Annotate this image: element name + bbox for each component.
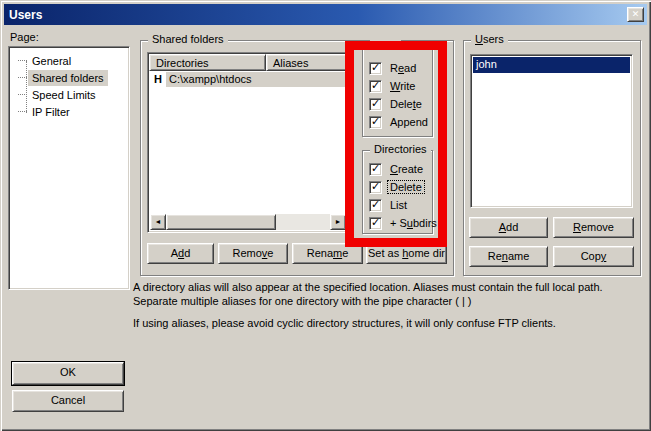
button-label: A bbox=[171, 247, 178, 259]
checkbox-label: R bbox=[390, 62, 398, 74]
shared-remove-button[interactable]: Remove bbox=[218, 243, 288, 264]
button-label: Remo bbox=[233, 247, 262, 259]
button-label: e bbox=[267, 247, 273, 259]
set-as-home-dir-button[interactable]: Set as home dir bbox=[366, 243, 447, 264]
button-label: A bbox=[499, 221, 506, 233]
button-label: Cop bbox=[581, 250, 601, 262]
checkbox-label: W bbox=[390, 80, 400, 92]
group-label-text: sers bbox=[483, 33, 504, 45]
dirs-delete-checkbox[interactable]: Delete bbox=[369, 180, 424, 194]
button-label: Rena bbox=[307, 247, 333, 259]
page-item-label: IP Filter bbox=[29, 105, 73, 119]
files-read-checkbox[interactable]: Read bbox=[369, 61, 418, 75]
shared-rename-button[interactable]: Rename bbox=[292, 243, 363, 264]
button-label: R bbox=[573, 221, 581, 233]
button-label: y bbox=[601, 250, 607, 262]
checkbox-label: Delete bbox=[390, 181, 422, 193]
directory-row[interactable]: H C:\xampp\htdocs bbox=[150, 71, 346, 87]
checkbox-checked-icon[interactable] bbox=[369, 116, 382, 129]
checkbox-label: bdirs bbox=[413, 217, 437, 229]
checkbox-label: Dele bbox=[390, 98, 413, 110]
button-label: emove bbox=[581, 221, 614, 233]
button-label: e bbox=[342, 247, 348, 259]
files-append-checkbox[interactable]: Append bbox=[369, 115, 430, 129]
users-add-button[interactable]: Add bbox=[469, 217, 548, 238]
alias-note: A directory alias will also appear at th… bbox=[133, 280, 641, 308]
checkbox-checked-icon[interactable] bbox=[369, 163, 382, 176]
button-label: ome dir bbox=[408, 247, 445, 259]
checkbox-checked-icon[interactable] bbox=[369, 199, 382, 212]
checkbox-checked-icon[interactable] bbox=[369, 98, 382, 111]
scroll-left-icon[interactable]: ◄ bbox=[150, 214, 166, 230]
button-label: ame bbox=[508, 250, 529, 262]
scroll-right-icon[interactable]: ► bbox=[330, 214, 346, 230]
list-header: Directories Aliases bbox=[149, 54, 347, 71]
column-header-directories[interactable]: Directories bbox=[149, 54, 266, 71]
checkbox-label: e bbox=[416, 98, 422, 110]
directory-path: C:\xampp\htdocs bbox=[166, 72, 346, 87]
column-header-aliases[interactable]: Aliases bbox=[266, 54, 347, 71]
shared-folders-group-label: Shared folders bbox=[148, 33, 228, 45]
button-label: Set as bbox=[368, 247, 402, 259]
users-list[interactable]: john bbox=[470, 54, 633, 208]
checkbox-checked-icon[interactable] bbox=[369, 217, 382, 230]
shared-add-button[interactable]: Add bbox=[147, 243, 214, 264]
page-list[interactable]: General Shared folders Speed Limits IP F… bbox=[8, 46, 130, 290]
page-item-label-selected: Shared folders bbox=[29, 71, 107, 85]
checkbox-checked-icon[interactable] bbox=[369, 181, 382, 194]
users-remove-button[interactable]: Remove bbox=[553, 217, 634, 238]
page-item-label: Speed Limits bbox=[29, 88, 99, 102]
page-label: Page: bbox=[10, 31, 39, 43]
users-rename-button[interactable]: Rename bbox=[469, 246, 548, 267]
page-item-ip-filter[interactable]: IP Filter bbox=[9, 103, 129, 120]
tree-line bbox=[26, 61, 27, 113]
title-bar[interactable]: Users ✕ bbox=[4, 4, 647, 25]
files-group-label: Files bbox=[370, 40, 401, 52]
dirs-subdirs-checkbox[interactable]: + Subdirs bbox=[369, 216, 439, 230]
directories-group-label: Directories bbox=[370, 143, 431, 155]
checkbox-label: + S bbox=[390, 217, 407, 229]
checkbox-label: List bbox=[390, 199, 407, 211]
home-flag: H bbox=[150, 73, 166, 85]
cancel-button[interactable]: Cancel bbox=[12, 390, 124, 412]
checkbox-label: ad bbox=[404, 62, 416, 74]
checkbox-label: reate bbox=[398, 163, 423, 175]
dirs-list-checkbox[interactable]: List bbox=[369, 198, 409, 212]
ok-button[interactable]: OK bbox=[12, 362, 124, 385]
close-icon[interactable]: ✕ bbox=[627, 7, 644, 22]
files-write-checkbox[interactable]: Write bbox=[369, 79, 417, 93]
users-group-label: Users bbox=[471, 33, 508, 45]
page-item-general[interactable]: General bbox=[9, 52, 129, 69]
users-dialog: Users ✕ Page: General Shared folders Spe… bbox=[0, 0, 651, 431]
checkbox-checked-icon[interactable] bbox=[369, 62, 382, 75]
window-title: Users bbox=[9, 8, 42, 22]
checkbox-checked-icon[interactable] bbox=[369, 80, 382, 93]
button-label: dd bbox=[506, 221, 518, 233]
page-item-label: General bbox=[29, 54, 74, 68]
button-label: d bbox=[184, 247, 190, 259]
dirs-create-checkbox[interactable]: Create bbox=[369, 162, 425, 176]
page-item-speed-limits[interactable]: Speed Limits bbox=[9, 86, 129, 103]
group-label-text: U bbox=[475, 33, 483, 45]
checkbox-label: rite bbox=[400, 80, 415, 92]
button-label: m bbox=[333, 247, 342, 259]
checkbox-label: C bbox=[390, 163, 398, 175]
page-item-shared-folders[interactable]: Shared folders bbox=[9, 69, 129, 86]
cyclic-note: If using aliases, please avoid cyclic di… bbox=[133, 316, 641, 330]
button-label: Re bbox=[488, 250, 502, 262]
shared-folders-list[interactable]: Directories Aliases H C:\xampp\htdocs ◄ … bbox=[147, 52, 349, 233]
user-item-selected[interactable]: john bbox=[473, 57, 630, 73]
scrollbar-thumb[interactable] bbox=[166, 214, 276, 230]
users-copy-button[interactable]: Copy bbox=[553, 246, 634, 267]
files-delete-checkbox[interactable]: Delete bbox=[369, 97, 424, 111]
horizontal-scrollbar[interactable]: ◄ ► bbox=[150, 214, 346, 230]
checkbox-label: Append bbox=[390, 116, 428, 128]
